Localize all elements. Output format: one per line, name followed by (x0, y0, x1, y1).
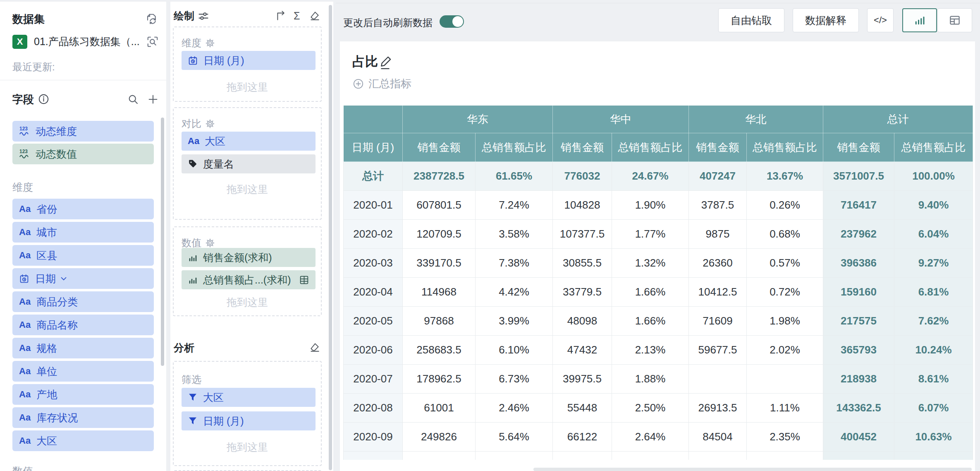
group-header-华北[interactable]: 华北 (689, 106, 823, 133)
dimension-field-大区[interactable]: Aa大区 (12, 430, 154, 451)
value-cell[interactable]: 9.27% (894, 249, 973, 278)
value-cell[interactable]: 3.99% (476, 307, 553, 336)
auto-refresh-toggle[interactable] (440, 15, 464, 28)
value-cell[interactable]: 120709.5 (403, 220, 476, 249)
gear-icon[interactable] (205, 238, 215, 248)
value-cell[interactable]: 97868 (403, 307, 476, 336)
preview-dataset-icon[interactable] (146, 36, 159, 48)
table-view-button[interactable] (937, 8, 972, 32)
value-cell[interactable]: 59677.5 (689, 336, 747, 365)
free-drill-button[interactable]: 自由钻取 (718, 8, 784, 32)
value-cell[interactable]: 4.42% (476, 278, 553, 307)
value-cell[interactable]: 6.81% (894, 278, 973, 307)
value-cell[interactable]: 0.26% (747, 191, 823, 220)
col-header[interactable]: 销售金额 (553, 133, 612, 162)
compare-dropzone[interactable]: 对比 Aa大区度量名 拖到这里 (173, 107, 322, 220)
date-cell[interactable]: 2020-08 (344, 394, 403, 423)
dimension-field-区县[interactable]: Aa区县 (12, 245, 154, 266)
group-header-华东[interactable]: 华东 (403, 106, 553, 133)
value-cell[interactable]: 61001 (403, 394, 476, 423)
sidebar-scrollbar[interactable] (161, 118, 164, 366)
clear-draw-icon[interactable] (309, 10, 320, 21)
dataset-name[interactable]: 01.产品练习数据集（... (34, 35, 141, 48)
zone-chip-销售金额(求和)[interactable]: 销售金额(求和) (182, 248, 316, 267)
code-view-button[interactable]: </> (867, 8, 894, 32)
value-cell[interactable]: 258683.5 (403, 336, 476, 365)
date-cell[interactable]: 2020-04 (344, 278, 403, 307)
date-cell[interactable]: 2020-09 (344, 423, 403, 452)
dimension-field-城市[interactable]: Aa城市 (12, 222, 154, 243)
add-field-icon[interactable] (147, 94, 159, 105)
value-cell[interactable]: 776032 (553, 162, 612, 191)
sidebar-field-1[interactable]: 123动态维度 (12, 121, 154, 142)
value-cell[interactable]: 407247 (689, 162, 747, 191)
value-cell[interactable]: 9.40% (894, 191, 973, 220)
value-cell[interactable]: 3571007.5 (823, 162, 894, 191)
value-cell[interactable]: 1.77% (612, 220, 689, 249)
date-cell[interactable]: 2020-07 (344, 365, 403, 394)
value-cell[interactable]: 7.24% (476, 191, 553, 220)
date-cell[interactable]: 2020-06 (344, 336, 403, 365)
chart-view-button[interactable] (902, 8, 937, 32)
value-cell[interactable]: 1.90% (612, 191, 689, 220)
value-cell[interactable]: 114968 (403, 278, 476, 307)
zone-chip-日期 (月)[interactable]: 日期 (月) (182, 411, 316, 430)
row-header[interactable]: 日期 (月) (344, 133, 403, 162)
value-cell[interactable]: 396386 (823, 249, 894, 278)
gear-icon[interactable] (205, 38, 215, 48)
info-icon[interactable] (38, 94, 49, 105)
value-cell[interactable]: 33779.5 (553, 278, 612, 307)
value-cell[interactable]: 9875 (689, 220, 747, 249)
value-cell[interactable]: 1.66% (612, 278, 689, 307)
gear-icon[interactable] (205, 238, 215, 248)
clear-analysis-icon[interactable] (309, 342, 320, 353)
value-cell[interactable]: 339170.5 (403, 249, 476, 278)
zone-chip-大区[interactable]: 大区 (182, 388, 316, 407)
value-cell[interactable]: 2.35% (747, 423, 823, 452)
add-summary-metric[interactable]: 汇总指标 (353, 77, 411, 91)
value-cell[interactable] (747, 365, 823, 394)
col-header[interactable]: 总销售额占比 (612, 133, 689, 162)
value-cell[interactable]: 607801.5 (403, 191, 476, 220)
col-header[interactable]: 总销售额占比 (894, 133, 973, 162)
value-cell[interactable]: 237962 (823, 220, 894, 249)
dimension-field-单位[interactable]: Aa单位 (12, 361, 154, 382)
gear-icon[interactable] (205, 38, 215, 48)
date-cell[interactable]: 2020-03 (344, 249, 403, 278)
value-cell[interactable]: 1.32% (612, 249, 689, 278)
value-cell[interactable]: 104828 (553, 191, 612, 220)
value-cell[interactable]: 400452 (823, 423, 894, 452)
table-hscrollbar[interactable] (533, 468, 972, 471)
col-header[interactable]: 总销售额占比 (476, 133, 553, 162)
group-header-总计[interactable]: 总计 (823, 106, 973, 133)
data-explain-button[interactable]: 数据解释 (793, 8, 859, 32)
edit-title-icon[interactable] (380, 54, 394, 70)
chart-settings-icon[interactable] (198, 10, 209, 22)
value-cell[interactable]: 6.73% (476, 365, 553, 394)
value-cell[interactable]: 1.98% (747, 307, 823, 336)
value-cell[interactable]: 218938 (823, 365, 894, 394)
value-cell[interactable]: 47432 (553, 336, 612, 365)
dimension-field-商品分类[interactable]: Aa商品分类 (12, 291, 154, 312)
value-cell[interactable]: 178962.5 (403, 365, 476, 394)
value-cell[interactable]: 8.61% (894, 365, 973, 394)
value-cell[interactable]: 3.58% (476, 220, 553, 249)
value-cell[interactable]: 0.72% (747, 278, 823, 307)
col-header[interactable]: 销售金额 (403, 133, 476, 162)
value-cell[interactable]: 1.88% (612, 365, 689, 394)
value-cell[interactable]: 7.38% (476, 249, 553, 278)
date-cell[interactable]: 总计 (344, 162, 403, 191)
value-cell[interactable]: 6.10% (476, 336, 553, 365)
dimension-field-日期[interactable]: 日期 (12, 268, 154, 289)
value-cell[interactable]: 48098 (553, 307, 612, 336)
value-cell[interactable]: 26913.5 (689, 394, 747, 423)
zone-chip-大区[interactable]: Aa大区 (182, 132, 316, 151)
dimension-dropzone[interactable]: 维度 日期 (月) 拖到这里 (173, 26, 322, 102)
value-cell[interactable]: 6.04% (894, 220, 973, 249)
value-cell[interactable]: 2.50% (612, 394, 689, 423)
zone-chip-日期 (月)[interactable]: 日期 (月) (182, 51, 316, 70)
value-cell[interactable]: 2.64% (612, 423, 689, 452)
value-cell[interactable]: 0.57% (747, 249, 823, 278)
value-cell[interactable]: 10412.5 (689, 278, 747, 307)
value-cell[interactable]: 7.62% (894, 307, 973, 336)
